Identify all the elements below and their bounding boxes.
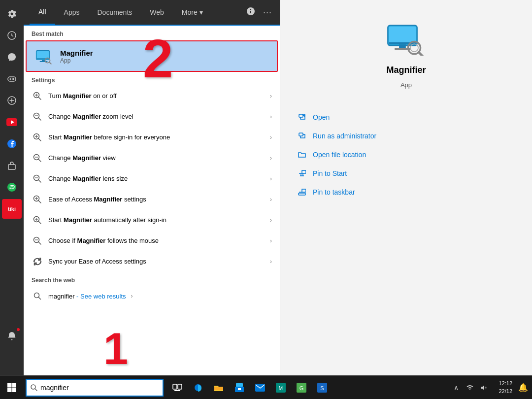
tab-apps[interactable]: Apps — [55, 0, 89, 25]
right-panel: Magnifier App Open Run as administrator — [280, 0, 532, 375]
volume-icon[interactable] — [478, 382, 490, 394]
volume-tray-icon — [480, 384, 487, 391]
chevron-right-icon-4: › — [270, 155, 272, 162]
magnifier-search-icon-2 — [32, 111, 43, 123]
feedback-icon[interactable] — [244, 5, 257, 20]
tab-web[interactable]: Web — [141, 0, 173, 25]
file-explorer-icon[interactable] — [209, 378, 229, 398]
web-item-text: magnifier - See web results — [48, 293, 126, 300]
app-icon-large — [387, 20, 426, 59]
file-location-label: Open file location — [313, 151, 366, 159]
sidebar-item-facebook[interactable] — [2, 134, 22, 154]
magnifier-search-icon-7 — [32, 214, 43, 226]
store-icon[interactable] — [230, 378, 249, 398]
sidebar-item-add[interactable] — [2, 91, 22, 110]
sidebar-item-alert[interactable] — [2, 326, 22, 346]
chevron-right-icon-8: › — [270, 237, 272, 244]
sidebar-item-spotify[interactable] — [2, 177, 22, 197]
pin-taskbar-label: Pin to taskbar — [313, 188, 355, 196]
action-open[interactable]: Open — [295, 108, 517, 126]
sidebar-item-gamepad[interactable] — [2, 69, 22, 89]
settings-item-4[interactable]: Change Magnifier view › — [24, 148, 280, 168]
chevron-right-icon-2: › — [270, 113, 272, 120]
action-pin-taskbar[interactable]: Pin to taskbar — [295, 183, 517, 201]
magnifier-search-icon-4 — [32, 152, 43, 164]
magnifier-search-icon-8 — [32, 235, 43, 247]
best-match-type: App — [60, 57, 93, 64]
magnifier-search-icon-3 — [32, 132, 43, 143]
svg-rect-6 — [8, 165, 15, 169]
svg-line-23 — [38, 138, 41, 141]
tab-icons: ··· — [244, 5, 274, 20]
network-icon[interactable] — [464, 382, 476, 394]
sidebar-item-messenger[interactable] — [2, 47, 22, 67]
svg-rect-1 — [8, 77, 16, 81]
start-button[interactable] — [0, 376, 24, 399]
edge-icon[interactable] — [188, 378, 208, 398]
tab-documents[interactable]: Documents — [88, 0, 141, 25]
extra-taskbar-icon-2: S — [317, 383, 327, 393]
sidebar-item-tiki[interactable]: tiki — [2, 199, 22, 219]
search-bar[interactable]: magnifier — [26, 379, 164, 397]
extra-icon-2[interactable]: S — [312, 378, 332, 398]
game-icon[interactable]: G — [292, 378, 311, 398]
magnifier-large-icon — [387, 24, 426, 56]
taskbar-clock[interactable]: 12:12 22/12 — [495, 380, 516, 395]
admin-icon — [297, 131, 307, 141]
settings-item-5[interactable]: Change Magnifier lens size › — [24, 168, 280, 189]
svg-rect-67 — [255, 384, 265, 392]
chevron-right-icon-3: › — [270, 134, 272, 141]
sidebar-item-history[interactable] — [2, 26, 22, 45]
tab-all[interactable]: All — [30, 0, 55, 25]
svg-rect-54 — [299, 133, 303, 136]
svg-rect-56 — [7, 383, 12, 388]
svg-line-33 — [38, 200, 41, 203]
taskview-icon[interactable] — [167, 378, 187, 398]
svg-line-61 — [35, 389, 37, 391]
mail-icon[interactable] — [250, 378, 270, 398]
add-icon — [7, 96, 17, 105]
settings-item-3-text: Start Magnifier before sign-in for every… — [48, 133, 265, 142]
folder-icon — [297, 150, 307, 160]
svg-line-37 — [38, 221, 41, 224]
notification-icon[interactable]: 🔔 — [517, 382, 529, 394]
settings-item-2[interactable]: Change Magnifier zoom level › — [24, 106, 280, 127]
clock-time: 12:12 — [499, 380, 512, 387]
svg-text:G: G — [299, 385, 304, 391]
settings-item-7[interactable]: Start Magnifier automatically after sign… — [24, 210, 280, 231]
web-search-item[interactable]: magnifier - See web results › — [24, 286, 280, 306]
sidebar-item-shop[interactable] — [2, 156, 22, 175]
sidebar: tiki — [0, 0, 24, 375]
youtube-icon — [6, 118, 17, 126]
facebook-icon — [7, 139, 17, 149]
action-file-location[interactable]: Open file location — [295, 146, 517, 164]
game-taskbar-icon: G — [297, 383, 306, 393]
tray-up-icon[interactable]: ∧ — [450, 382, 462, 394]
magnifier-search-icon-1 — [32, 90, 43, 102]
pin-taskbar-icon — [297, 187, 307, 197]
settings-item-5-text: Change Magnifier lens size — [48, 175, 265, 183]
taskbar-tray: ∧ — [446, 382, 494, 394]
settings-item-3[interactable]: Start Magnifier before sign-in for every… — [24, 127, 280, 148]
svg-text:M: M — [279, 386, 283, 391]
settings-item-8[interactable]: Choose if Magnifier follows the mouse › — [24, 231, 280, 251]
svg-line-14 — [49, 63, 51, 64]
open-icon — [297, 112, 307, 122]
sidebar-item-settings[interactable] — [2, 4, 22, 24]
network-tray-icon — [466, 384, 473, 391]
extra-app-icon[interactable]: M — [271, 378, 291, 398]
sync-item[interactable]: Sync your Ease of Access settings › — [24, 251, 280, 272]
tab-more[interactable]: More ▾ — [173, 0, 212, 25]
taskbar-icons: M G S — [167, 378, 332, 398]
svg-line-44 — [38, 297, 41, 299]
action-pin-start[interactable]: Pin to Start — [295, 165, 517, 182]
svg-line-30 — [38, 180, 41, 182]
svg-line-52 — [419, 52, 423, 56]
settings-item-6[interactable]: Ease of Access Magnifier settings › — [24, 189, 280, 210]
sidebar-item-youtube[interactable] — [2, 112, 22, 132]
settings-item-7-text: Start Magnifier automatically after sign… — [48, 216, 265, 225]
more-options-icon[interactable]: ··· — [261, 5, 274, 20]
chevron-right-icon-7: › — [270, 217, 272, 224]
action-run-admin[interactable]: Run as administrator — [295, 127, 517, 145]
svg-rect-55 — [299, 193, 305, 195]
